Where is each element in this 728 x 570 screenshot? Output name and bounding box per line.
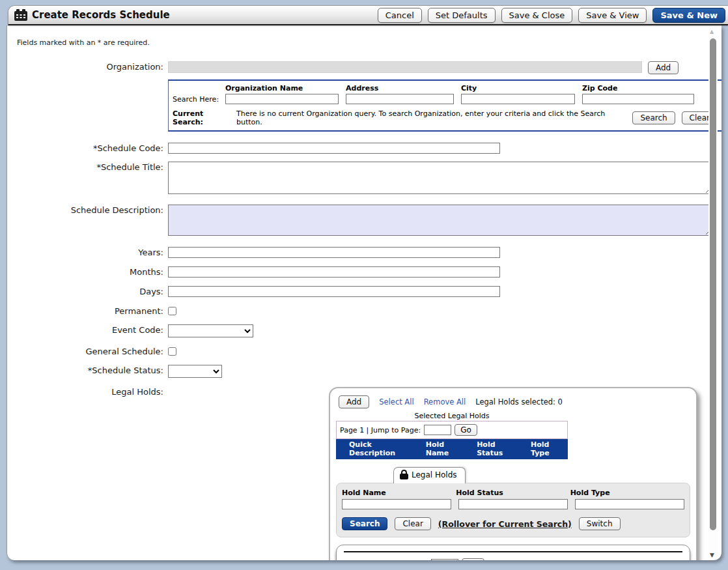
hold-type-search-label: Hold Type: [570, 489, 684, 497]
organization-search-box: Organization Name Address City Zip Code …: [168, 79, 721, 132]
results-divider: [344, 551, 682, 552]
selected-go-button[interactable]: Go: [455, 424, 477, 436]
days-input[interactable]: [168, 286, 500, 297]
page-title: Create Records Schedule: [32, 9, 170, 21]
hold-type-column-header: Hold Type: [531, 440, 568, 457]
schedule-status-label: *Schedule Status:: [7, 365, 168, 375]
general-schedule-checkbox[interactable]: [168, 347, 176, 356]
form-content: Fields marked with an * are required. Or…: [7, 25, 721, 560]
hold-name-search-label: Hold Name: [342, 489, 456, 497]
remove-all-link[interactable]: Remove All: [424, 397, 466, 406]
set-defaults-button[interactable]: Set Defaults: [428, 8, 496, 23]
window-header: Create Records Schedule Cancel Set Defau…: [8, 5, 728, 25]
results-go-button[interactable]: Go: [462, 558, 484, 560]
scrollbar-down-arrow[interactable]: ▼: [710, 552, 714, 558]
days-label: Days:: [7, 286, 168, 296]
selected-holds-table-header: Quick Description Hold Name Hold Status …: [336, 439, 568, 459]
results-jump-page-input[interactable]: [431, 559, 458, 560]
org-name-column-header: Organization Name: [225, 84, 346, 93]
general-schedule-label: General Schedule:: [7, 346, 168, 356]
legal-holds-results-box: Page 1 | Jump to Page: Go The search fou…: [336, 545, 690, 560]
header-actions: Cancel Set Defaults Save & Close Save & …: [378, 8, 725, 23]
address-column-header: Address: [346, 84, 461, 93]
lock-icon: [400, 474, 408, 479]
hold-name-column-header: Hold Name: [426, 440, 467, 457]
schedule-title-label: *Schedule Title:: [7, 162, 168, 172]
hold-type-search-input[interactable]: [575, 499, 684, 509]
permanent-label: Permanent:: [7, 306, 168, 316]
organization-label: Organization:: [7, 61, 168, 72]
required-note: Fields marked with an * are required.: [17, 38, 721, 47]
event-code-label: Event Code:: [7, 324, 168, 335]
city-input[interactable]: [461, 94, 575, 104]
schedule-code-label: *Schedule Code:: [7, 143, 168, 153]
vertical-scrollbar[interactable]: ▲ ▼: [708, 27, 718, 558]
hold-status-search-label: Hold Status: [456, 489, 570, 497]
hold-name-search-input[interactable]: [342, 499, 451, 509]
organization-search-headers: Organization Name Address City Zip Code: [225, 84, 718, 93]
months-input[interactable]: [168, 266, 500, 278]
city-column-header: City: [461, 84, 582, 93]
search-here-label: Search Here:: [173, 95, 225, 104]
permanent-checkbox[interactable]: [168, 307, 176, 315]
organization-value-field: [168, 61, 642, 73]
save-new-button[interactable]: Save & New: [652, 8, 725, 23]
hold-status-column-header: Hold Status: [477, 440, 521, 457]
zip-code-column-header: Zip Code: [582, 84, 699, 93]
legal-holds-panel: Add Select All Remove All Legal Holds se…: [329, 387, 697, 560]
address-input[interactable]: [346, 94, 454, 104]
holds-search-button[interactable]: Search: [342, 517, 387, 530]
schedule-code-input[interactable]: [168, 143, 500, 154]
select-all-link[interactable]: Select All: [379, 397, 413, 406]
save-view-button[interactable]: Save & View: [578, 8, 647, 23]
organization-name-input[interactable]: [225, 94, 339, 104]
years-label: Years:: [7, 247, 168, 257]
legal-holds-label: Legal Holds:: [7, 384, 168, 397]
save-close-button[interactable]: Save & Close: [501, 8, 573, 23]
legal-holds-selected-count: Legal Holds selected: 0: [475, 397, 563, 406]
months-label: Months:: [7, 266, 168, 277]
schedule-status-select[interactable]: [168, 365, 222, 378]
selected-jump-page-input[interactable]: [424, 425, 451, 435]
schedule-title-textarea[interactable]: [168, 162, 712, 194]
hold-status-search-input[interactable]: [458, 499, 568, 509]
event-code-select[interactable]: [168, 324, 253, 337]
zip-code-input[interactable]: [582, 94, 694, 104]
current-search-label: Current Search:: [173, 109, 236, 126]
cancel-button[interactable]: Cancel: [378, 8, 422, 23]
selected-legal-holds-title: Selected Legal Holds: [336, 412, 568, 420]
selected-holds-pagination: Page 1 | Jump to Page: Go: [336, 421, 568, 439]
scrollbar-up-arrow[interactable]: ▲: [710, 29, 714, 35]
years-input[interactable]: [168, 247, 500, 258]
schedule-description-textarea[interactable]: [168, 205, 712, 236]
legal-holds-tab-label: Legal Holds: [412, 470, 457, 479]
legal-holds-add-button[interactable]: Add: [339, 395, 369, 408]
selected-page-text: Page 1 | Jump to Page:: [340, 426, 421, 435]
organization-add-button[interactable]: Add: [648, 61, 679, 74]
legal-holds-search-area: Hold Name Hold Status Hold Type Search C…: [336, 483, 690, 537]
organization-search-button[interactable]: Search: [632, 111, 675, 124]
results-page-text: Page 1 | Jump to Page:: [347, 560, 428, 561]
quick-description-column-header: Quick Description: [349, 440, 416, 457]
holds-switch-button[interactable]: Switch: [579, 517, 621, 530]
records-schedule-icon: [14, 9, 28, 21]
schedule-description-label: Schedule Description:: [7, 205, 168, 215]
current-search-text: There is no current Organization query. …: [236, 109, 632, 126]
results-found-text: The search found 0 Legal Holds: [501, 560, 628, 561]
legal-holds-tab[interactable]: Legal Holds: [393, 467, 466, 483]
rollover-current-search-link[interactable]: (Rollover for Current Search): [438, 519, 572, 529]
holds-clear-button[interactable]: Clear: [395, 517, 430, 530]
scrollbar-thumb[interactable]: [710, 38, 716, 530]
